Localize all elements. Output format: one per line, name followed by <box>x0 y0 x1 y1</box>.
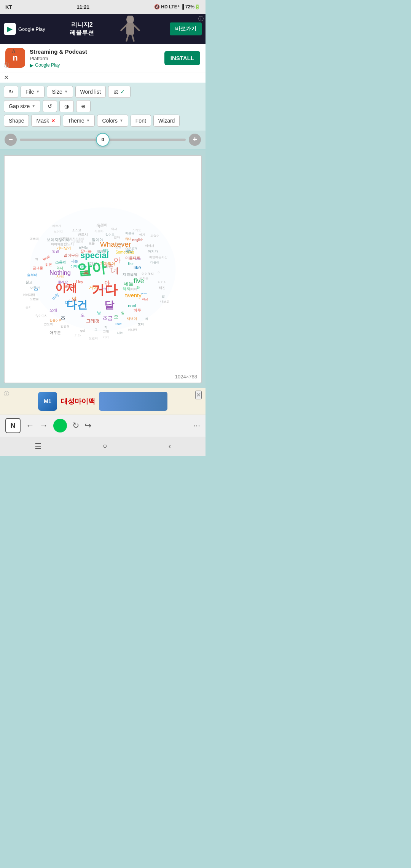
wizard-button[interactable]: Wizard <box>153 115 180 127</box>
rotate-button[interactable]: ↺ <box>43 100 57 112</box>
app-title-line2: Platform <box>30 56 160 61</box>
size-label: Size <box>52 89 62 95</box>
canvas-box[interactable]: 알아 거다 이제 다건 달 special Whatever 아 네 Nothi… <box>4 155 202 383</box>
toolbar-row-1: ↻ File ▼ Size ▼ Word list ⚖ ✓ <box>4 86 202 98</box>
svg-text:got: got <box>80 328 85 332</box>
svg-text:기가: 기가 <box>75 333 81 337</box>
app-info: Streaming & Podcast Platform ▶ Google Pl… <box>30 48 160 68</box>
svg-text:거기서: 거기서 <box>158 280 167 284</box>
svg-text:아이처럼: 아이처럼 <box>51 242 63 246</box>
svg-text:그래: 그래 <box>103 329 109 333</box>
svg-text:말뿐이: 말뿐이 <box>60 236 69 240</box>
status-carrier-time: KT <box>5 4 12 10</box>
canvas-size-label: 1024×768 <box>175 374 197 380</box>
svg-text:오봤을: 오봤을 <box>30 297 39 301</box>
svg-text:맬어도: 맬어도 <box>97 249 106 253</box>
mask-button[interactable]: Mask ✕ <box>31 115 60 127</box>
colors-chevron: ▼ <box>119 118 123 123</box>
browser-n-button[interactable]: N <box>5 418 21 433</box>
ad-install-button[interactable]: 바로가기 <box>170 22 202 35</box>
svg-line-5 <box>132 35 134 41</box>
svg-text:아니면: 아니면 <box>128 328 137 332</box>
target-button[interactable]: ⊕ <box>76 100 91 112</box>
word-list-button[interactable]: Word list <box>75 86 106 98</box>
theme-button[interactable]: Theme ▼ <box>63 115 95 127</box>
banner-info-icon: ⓘ <box>4 62 9 69</box>
svg-text:멀명해: 멀명해 <box>61 325 70 328</box>
slider-thumb[interactable]: 0 <box>96 133 110 147</box>
svg-text:어: 어 <box>158 271 161 274</box>
svg-text:아두운: 아두운 <box>49 330 61 334</box>
font-label: Font <box>135 118 146 124</box>
svg-line-4 <box>126 35 128 41</box>
svg-text:아기가: 아기가 <box>148 249 158 253</box>
gap-size-button[interactable]: Gap size ▼ <box>4 100 40 112</box>
svg-text:스가도: 스가도 <box>132 228 141 232</box>
theme-label: Theme <box>68 118 84 124</box>
ad-info-icon: ⓘ <box>198 16 204 22</box>
ad-close-button[interactable]: ✕ <box>195 391 202 399</box>
browser-back-button[interactable]: ← <box>26 421 34 431</box>
svg-text:금과물: 금과물 <box>33 266 43 270</box>
svg-text:나는: 나는 <box>117 331 123 334</box>
svg-text:귀거든: 귀거든 <box>139 276 148 279</box>
font-button[interactable]: Font <box>131 115 151 127</box>
browser-share-button[interactable]: ↪ <box>84 421 91 431</box>
target-icon: ⊕ <box>81 103 86 109</box>
ad-line2: 레볼루션 <box>70 29 94 37</box>
svg-text:못지: 못지 <box>25 306 32 309</box>
svg-text:말이우웅: 말이우웅 <box>64 253 79 257</box>
slider-track[interactable]: 0 <box>20 139 186 141</box>
refresh-button[interactable]: ↻ <box>4 86 18 98</box>
ad-google-play[interactable]: ▶ Google Play <box>4 23 45 35</box>
slider-minus-button[interactable]: − <box>5 134 17 146</box>
svg-text:fine: fine <box>128 262 133 265</box>
browser-home-button[interactable] <box>53 419 67 432</box>
svg-text:조금: 조금 <box>103 315 113 321</box>
install-button[interactable]: INSTALL <box>164 51 200 65</box>
slider-plus-button[interactable]: + <box>189 134 201 146</box>
svg-text:아프마: 아프마 <box>94 229 104 233</box>
svg-line-3 <box>134 25 140 31</box>
file-button[interactable]: File ▼ <box>21 86 45 98</box>
theme-chevron: ▼ <box>86 118 90 123</box>
slider-value: 0 <box>101 137 104 142</box>
size-chevron: ▼ <box>64 89 68 94</box>
svg-text:예쁘게: 예쁘게 <box>30 237 39 240</box>
ad-bottom-content: M1 대성마이맥 <box>38 392 167 411</box>
svg-text:그래것: 그래것 <box>86 318 100 323</box>
status-time: 11:21 <box>77 4 89 10</box>
ad-bottom-info-icon: ⓘ <box>4 391 9 397</box>
svg-text:이번에는시간: 이번에는시간 <box>149 255 167 258</box>
svg-text:야: 야 <box>104 279 110 286</box>
scale-icon: ⚖ <box>114 89 119 95</box>
ad-line1: 리니지2 <box>70 21 94 29</box>
size-button[interactable]: Size ▼ <box>47 86 73 98</box>
svg-text:질고: 질고 <box>25 280 32 284</box>
system-nav: ☰ ○ ‹ <box>0 437 206 456</box>
system-back-button[interactable]: ‹ <box>169 442 171 450</box>
status-signal-icons: 🔇 HD LTE⁺ ▐ 72%🔋 <box>154 4 200 10</box>
system-home-button[interactable]: ○ <box>103 442 107 450</box>
shape-label: Shape <box>9 118 24 124</box>
system-menu-button[interactable]: ☰ <box>35 442 41 451</box>
scale-check-button[interactable]: ⚖ ✓ <box>108 86 131 98</box>
svg-point-0 <box>126 16 134 24</box>
browser-forward-button[interactable]: → <box>40 421 48 431</box>
colors-button[interactable]: Colors ▼ <box>97 115 128 127</box>
word-list-label: Word list <box>80 89 101 95</box>
svg-text:기분: 기분 <box>89 261 97 265</box>
contrast-button[interactable]: ◑ <box>59 100 74 112</box>
svg-text:날: 날 <box>97 310 101 314</box>
shape-button[interactable]: Shape <box>4 115 29 127</box>
svg-text:안녕: 안녕 <box>52 249 59 253</box>
svg-text:할래요: 할래요 <box>58 280 68 284</box>
svg-text:달: 달 <box>104 300 115 310</box>
browser-refresh-button[interactable]: ↻ <box>72 421 79 431</box>
banner-expand-button[interactable]: ∧ <box>11 47 16 54</box>
svg-text:said: said <box>135 257 141 261</box>
banner-close-button[interactable]: ✕ <box>4 74 9 81</box>
browser-more-button[interactable]: ··· <box>193 421 200 431</box>
svg-text:잘들어든: 잘들어든 <box>49 319 62 322</box>
svg-text:왜: 왜 <box>35 257 38 261</box>
